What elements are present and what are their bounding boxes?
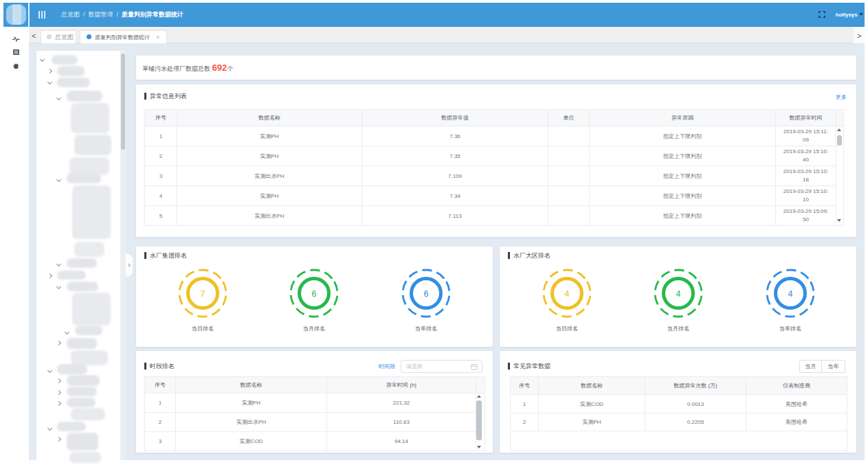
svg-text:7: 7 <box>201 289 205 299</box>
svg-text:4: 4 <box>788 289 793 299</box>
svg-text:4: 4 <box>676 289 681 299</box>
svg-text:4: 4 <box>565 289 570 299</box>
svg-text:6: 6 <box>424 289 429 299</box>
svg-text:6: 6 <box>312 289 317 299</box>
